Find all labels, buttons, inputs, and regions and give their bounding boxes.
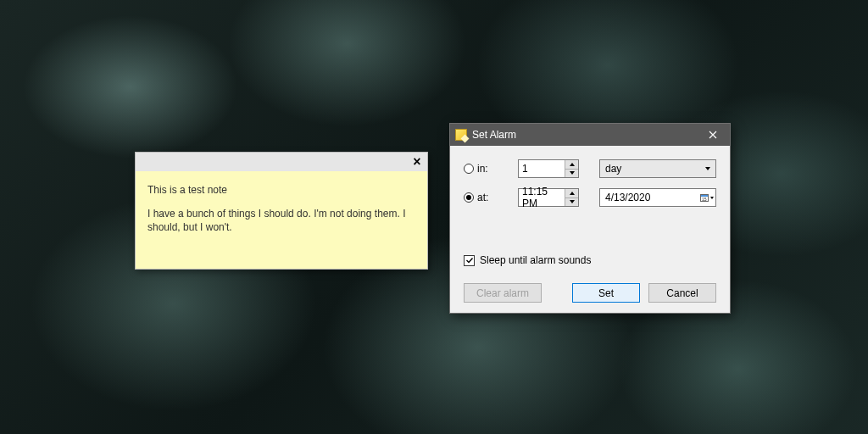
dialog-title: Set Alarm bbox=[472, 129, 696, 141]
clear-alarm-button[interactable]: Clear alarm bbox=[464, 283, 542, 303]
chevron-down-icon[interactable] bbox=[700, 160, 715, 177]
sleep-checkbox-row: Sleep until alarm sounds bbox=[464, 254, 716, 266]
in-amount-value: 1 bbox=[519, 163, 565, 175]
spinner-buttons[interactable] bbox=[565, 189, 578, 206]
cancel-button[interactable]: Cancel bbox=[648, 283, 716, 303]
alarm-in-row: in: 1 day bbox=[464, 159, 716, 178]
sticky-note-window: × This is a test note I have a bunch of … bbox=[135, 152, 428, 270]
desktop-wallpaper: × This is a test note I have a bunch of … bbox=[0, 0, 868, 434]
radio-at[interactable] bbox=[464, 192, 474, 203]
dialog-titlebar[interactable]: Set Alarm bbox=[450, 124, 730, 146]
radio-in[interactable] bbox=[464, 164, 474, 174]
sticky-note-title: This is a test note bbox=[147, 183, 415, 197]
sleep-checkbox[interactable] bbox=[464, 255, 475, 266]
spinner-up-icon[interactable] bbox=[565, 189, 578, 198]
at-date-input[interactable]: 4/13/2020 bbox=[599, 188, 716, 207]
in-amount-input[interactable]: 1 bbox=[518, 159, 579, 178]
dialog-button-row: Clear alarm Set Cancel bbox=[464, 283, 716, 303]
sleep-checkbox-label: Sleep until alarm sounds bbox=[480, 254, 591, 266]
sticky-app-icon bbox=[455, 129, 467, 141]
radio-in-label: in: bbox=[477, 163, 488, 175]
close-icon[interactable]: × bbox=[407, 153, 427, 171]
sticky-note-body[interactable]: This is a test note I have a bunch of th… bbox=[136, 171, 427, 269]
in-unit-select[interactable]: day bbox=[599, 159, 716, 178]
at-time-input[interactable]: 11:15 PM bbox=[518, 188, 579, 207]
calendar-icon[interactable] bbox=[698, 189, 715, 206]
spinner-down-icon[interactable] bbox=[565, 170, 578, 178]
sticky-note-titlebar[interactable]: × bbox=[136, 153, 427, 171]
radio-at-label: at: bbox=[477, 192, 488, 203]
spinner-down-icon[interactable] bbox=[565, 198, 578, 207]
spinner-buttons[interactable] bbox=[565, 160, 578, 177]
set-button[interactable]: Set bbox=[572, 283, 640, 303]
at-time-value: 11:15 PM bbox=[519, 186, 565, 209]
close-icon[interactable] bbox=[696, 124, 730, 146]
in-unit-value: day bbox=[600, 163, 700, 175]
at-date-value: 4/13/2020 bbox=[600, 192, 698, 203]
spinner-up-icon[interactable] bbox=[565, 160, 578, 170]
alarm-at-row: at: 11:15 PM 4/13/2020 bbox=[464, 188, 716, 207]
dialog-body: in: 1 day at: bbox=[450, 146, 730, 313]
sticky-note-text: I have a bunch of things I should do. I'… bbox=[147, 207, 415, 234]
set-alarm-dialog: Set Alarm in: 1 bbox=[449, 123, 731, 314]
